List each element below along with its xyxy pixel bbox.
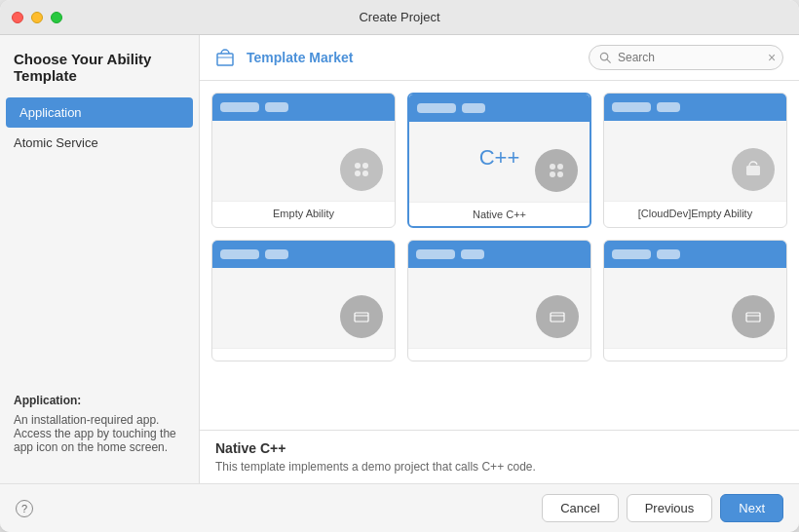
search-input[interactable] bbox=[618, 51, 764, 64]
desc-title: Application: bbox=[14, 394, 185, 407]
svg-point-4 bbox=[355, 163, 361, 169]
card-preview-clouddev bbox=[604, 94, 786, 201]
empty-ability-icon bbox=[340, 148, 383, 191]
template-6-icon bbox=[732, 295, 775, 338]
template-card-5[interactable] bbox=[407, 240, 591, 361]
svg-rect-15 bbox=[551, 313, 564, 322]
card-preview-6 bbox=[604, 241, 786, 348]
card-preview-5 bbox=[408, 241, 590, 348]
native-cpp-icon bbox=[535, 149, 578, 192]
svg-point-9 bbox=[557, 164, 563, 170]
svg-point-8 bbox=[550, 164, 555, 170]
card-preview-4 bbox=[212, 241, 395, 348]
templates-container[interactable]: Empty Ability C++ bbox=[200, 81, 799, 430]
search-box[interactable]: × bbox=[589, 45, 783, 70]
template-card-clouddev[interactable]: [CloudDev]Empty Ability bbox=[603, 93, 787, 228]
template-4-label bbox=[212, 348, 395, 361]
sidebar-item-application[interactable]: Application bbox=[6, 97, 193, 128]
svg-rect-17 bbox=[746, 313, 760, 322]
template-5-icon bbox=[536, 295, 579, 338]
svg-point-5 bbox=[362, 163, 368, 169]
svg-point-7 bbox=[362, 171, 368, 176]
cancel-button[interactable]: Cancel bbox=[542, 494, 618, 522]
footer: ? Cancel Previous Next bbox=[0, 483, 799, 532]
traffic-lights bbox=[12, 12, 62, 23]
empty-ability-label: Empty Ability bbox=[212, 201, 395, 225]
search-icon bbox=[599, 52, 612, 64]
close-button[interactable] bbox=[12, 12, 23, 23]
template-5-label bbox=[408, 348, 590, 361]
svg-point-2 bbox=[600, 53, 607, 59]
templates-grid: Empty Ability C++ bbox=[211, 93, 787, 361]
template-card-4[interactable] bbox=[211, 240, 396, 361]
sidebar: Choose Your Ability Template Application… bbox=[0, 35, 200, 483]
market-title: Template Market bbox=[247, 50, 353, 65]
template-card-empty-ability[interactable]: Empty Ability bbox=[211, 93, 396, 228]
svg-point-10 bbox=[550, 171, 555, 177]
card-preview-cpp: C++ bbox=[409, 95, 590, 202]
svg-line-3 bbox=[607, 58, 611, 62]
clouddev-icon bbox=[732, 148, 775, 191]
template-6-label bbox=[604, 348, 786, 361]
svg-rect-0 bbox=[217, 54, 233, 65]
selected-template-title: Native C++ bbox=[215, 440, 783, 456]
maximize-button[interactable] bbox=[51, 12, 62, 23]
template-card-native-cpp[interactable]: C++ Native C++ bbox=[407, 93, 591, 228]
main-window: Create Project Choose Your Ability Templ… bbox=[0, 0, 799, 532]
svg-rect-13 bbox=[355, 313, 368, 322]
native-cpp-label: Native C++ bbox=[409, 202, 590, 226]
content-area: Choose Your Ability Template Application… bbox=[0, 35, 799, 483]
minimize-button[interactable] bbox=[31, 12, 43, 23]
selected-template-info: Native C++ This template implements a de… bbox=[200, 430, 799, 483]
window-title: Create Project bbox=[359, 10, 439, 24]
help-button[interactable]: ? bbox=[16, 500, 33, 517]
svg-point-11 bbox=[557, 171, 563, 177]
desc-text: An installation-required app. Access the… bbox=[14, 413, 185, 454]
svg-point-6 bbox=[355, 171, 361, 176]
svg-rect-12 bbox=[746, 166, 760, 175]
card-preview bbox=[212, 94, 395, 201]
template-card-6[interactable] bbox=[603, 240, 787, 361]
search-clear-icon[interactable]: × bbox=[768, 50, 776, 65]
previous-button[interactable]: Previous bbox=[627, 494, 713, 522]
template-4-icon bbox=[340, 295, 383, 338]
next-button[interactable]: Next bbox=[720, 494, 783, 522]
clouddev-label: [CloudDev]Empty Ability bbox=[604, 201, 786, 225]
store-icon bbox=[215, 48, 235, 67]
selected-template-description: This template implements a demo project … bbox=[215, 460, 783, 474]
panel-header: Template Market × bbox=[200, 35, 799, 81]
title-bar: Create Project bbox=[0, 0, 799, 35]
sidebar-item-atomic-service[interactable]: Atomic Service bbox=[0, 128, 199, 158]
sidebar-heading: Choose Your Ability Template bbox=[0, 51, 199, 97]
cpp-logo: C++ bbox=[479, 145, 520, 171]
main-panel: Template Market × bbox=[200, 35, 799, 483]
sidebar-description: Application: An installation-required ap… bbox=[0, 380, 199, 468]
